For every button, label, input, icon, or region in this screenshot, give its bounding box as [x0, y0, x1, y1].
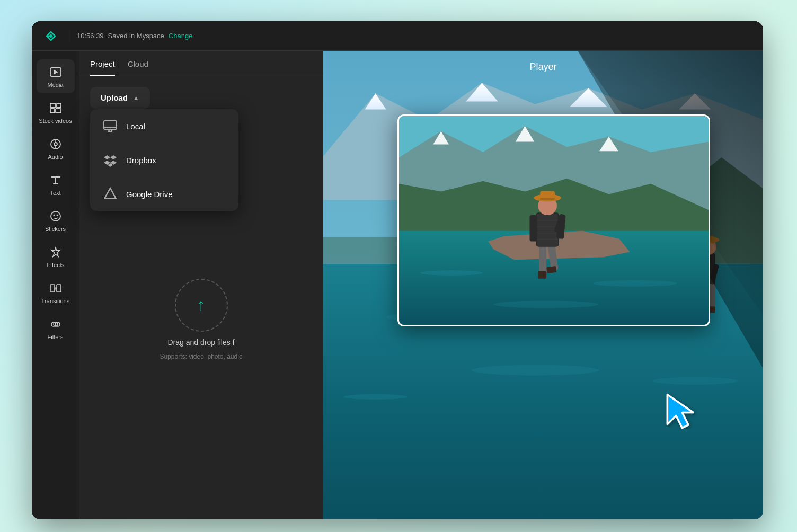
effects-label: Effects	[47, 262, 64, 268]
svg-point-13	[51, 211, 60, 221]
effects-icon	[48, 245, 63, 260]
svg-rect-17	[57, 285, 61, 292]
stock-icon	[48, 101, 63, 116]
svg-point-40	[343, 394, 408, 400]
sidebar-item-effects[interactable]: Effects	[37, 240, 75, 273]
icon-nav: Media Stock videos	[32, 51, 79, 519]
svg-rect-67	[539, 244, 546, 273]
top-bar-divider	[68, 30, 68, 42]
drag-drop-subtext: Supports: video, photo, audio	[160, 353, 242, 360]
filters-icon	[48, 317, 63, 332]
svg-point-15	[56, 215, 58, 216]
app-window: 10:56:39 Saved in Myspace Change Media	[32, 21, 763, 519]
svg-point-65	[593, 280, 677, 287]
filters-label: Filters	[48, 334, 64, 340]
dragged-image-card	[397, 114, 710, 326]
audio-label: Audio	[48, 154, 63, 160]
svg-point-14	[53, 215, 55, 216]
stock-label: Stock videos	[39, 118, 72, 124]
dropdown-item-local[interactable]: Local	[90, 109, 238, 143]
change-link[interactable]: Change	[169, 32, 193, 40]
gdrive-label: Google Drive	[126, 190, 173, 199]
dropbox-icon	[103, 153, 118, 167]
drag-drop-text: Drag and drop files f	[167, 338, 234, 347]
top-bar-info: 10:56:39 Saved in Myspace Change	[77, 32, 192, 40]
transitions-icon	[48, 281, 63, 296]
timestamp-label: 10:56:39	[77, 32, 104, 40]
chevron-up-icon: ▲	[133, 94, 139, 102]
svg-rect-4	[50, 103, 56, 108]
app-logo	[42, 28, 59, 45]
dropdown-item-dropbox[interactable]: Dropbox	[90, 143, 238, 177]
svg-marker-84	[667, 395, 693, 428]
drag-drop-circle: ↑	[175, 279, 228, 332]
dropdown-item-gdrive[interactable]: Google Drive	[90, 177, 238, 211]
upload-arrow-icon: ↑	[197, 295, 206, 315]
svg-rect-21	[104, 121, 117, 129]
sidebar-item-transitions[interactable]: Transitions	[37, 276, 75, 309]
main-layout: Media Stock videos	[32, 51, 763, 519]
panel-area: Project Cloud Upload ▲	[79, 51, 323, 519]
gdrive-icon	[103, 187, 118, 201]
svg-rect-7	[56, 109, 61, 113]
svg-rect-77	[529, 215, 537, 241]
local-label: Local	[126, 122, 145, 131]
svg-point-39	[471, 365, 599, 376]
upload-button-label: Upload	[101, 93, 128, 102]
stickers-icon	[48, 209, 63, 224]
sidebar-item-stickers[interactable]: Stickers	[37, 203, 75, 237]
panel-tabs: Project Cloud	[79, 51, 323, 76]
dropbox-label: Dropbox	[126, 156, 156, 165]
monitor-icon	[103, 119, 118, 134]
media-label: Media	[48, 82, 64, 88]
sidebar-item-stock-videos[interactable]: Stock videos	[37, 95, 75, 129]
svg-point-64	[420, 270, 483, 276]
svg-point-66	[493, 300, 598, 308]
upload-dropdown: Local Dropbox	[90, 109, 238, 211]
cursor-arrow	[662, 392, 694, 424]
sidebar-item-audio[interactable]: Audio	[37, 131, 75, 165]
svg-rect-16	[50, 285, 55, 292]
player-area: Player	[323, 51, 763, 519]
svg-rect-70	[546, 266, 556, 273]
tab-project[interactable]: Project	[90, 59, 115, 76]
svg-line-25	[104, 188, 110, 199]
upload-button[interactable]: Upload ▲	[90, 87, 150, 109]
stickers-label: Stickers	[45, 226, 66, 232]
sidebar-item-media[interactable]: Media	[37, 59, 75, 93]
tab-cloud[interactable]: Cloud	[128, 59, 148, 76]
text-icon	[48, 173, 63, 188]
media-icon	[48, 65, 63, 79]
top-bar: 10:56:39 Saved in Myspace Change	[32, 21, 763, 51]
audio-icon	[48, 137, 63, 152]
save-status-label: Saved in Myspace	[108, 32, 164, 40]
player-label: Player	[529, 61, 556, 73]
svg-line-26	[110, 188, 116, 199]
sidebar-item-text[interactable]: Text	[37, 167, 75, 201]
svg-rect-5	[57, 103, 61, 108]
transitions-label: Transitions	[41, 298, 69, 304]
svg-point-41	[652, 377, 738, 385]
sidebar-item-filters[interactable]: Filters	[37, 312, 75, 345]
svg-marker-3	[54, 70, 58, 74]
svg-rect-6	[50, 109, 55, 113]
svg-rect-83	[540, 198, 555, 200]
svg-marker-24	[104, 188, 116, 199]
svg-point-9	[54, 143, 57, 146]
text-label: Text	[50, 190, 60, 196]
svg-rect-69	[538, 271, 546, 279]
